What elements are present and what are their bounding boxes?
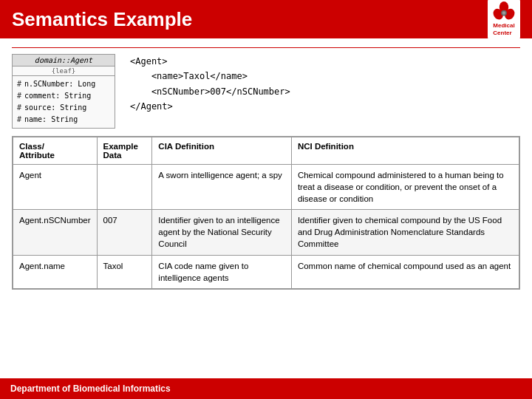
table-row: Agent A sworn intelligence agent; a spy … (13, 165, 519, 210)
cell-nci-def: Common name of chemical compound used as… (291, 255, 519, 288)
cell-class-attr: Agent.name (13, 255, 98, 288)
title-separator (12, 47, 520, 48)
logo-text: MedicalCenter (493, 22, 514, 38)
logo-box: MedicalCenter (488, 0, 520, 40)
table-row: Agent.nSCNumber 007 Identifier given to … (13, 210, 519, 255)
cell-class-attr: Agent (13, 165, 98, 210)
svg-point-4 (502, 11, 506, 15)
uml-body: #n.SCNumber: Long #comment: String #sour… (13, 76, 115, 128)
table-row: Agent.name Taxol CIA code name given to … (13, 255, 519, 288)
uml-leaf-label: {leaf} (13, 66, 115, 76)
xml-line-4: </Agent> (130, 99, 290, 114)
cell-cia-def: CIA code name given to intelligence agen… (152, 255, 292, 288)
cell-example-data (97, 165, 152, 210)
cell-example-data: Taxol (97, 255, 152, 288)
header-bar: Semantics Example MedicalCenter (0, 0, 532, 38)
page-title: Semantics Example (12, 8, 192, 31)
xml-line-2: <name>Taxol</name> (130, 69, 290, 83)
col-header-class-attr: Class/Attribute (13, 137, 98, 165)
cell-class-attr: Agent.nSCNumber (13, 210, 98, 255)
ohio-state-logo-icon (492, 1, 516, 22)
xml-code-block: <Agent> <name>Taxol</name> <nSCNumber>00… (130, 54, 290, 115)
cell-nci-def: Identifier given to chemical compound by… (291, 210, 519, 255)
footer-bar: Department of Biomedical Informatics (0, 378, 532, 399)
cell-cia-def: A sworn intelligence agent; a spy (152, 165, 292, 210)
logo-area: MedicalCenter (488, 0, 520, 40)
semantics-table: Class/Attribute Example Data CIA Definit… (12, 136, 520, 290)
cell-example-data: 007 (97, 210, 152, 255)
col-header-cia-def: CIA Definition (152, 137, 292, 165)
top-section: domain::Agent {leaf} #n.SCNumber: Long #… (12, 54, 520, 129)
uml-class-name: domain::Agent (13, 55, 115, 66)
footer-label: Department of Biomedical Informatics (10, 383, 171, 394)
uml-diagram: domain::Agent {leaf} #n.SCNumber: Long #… (12, 54, 115, 129)
xml-line-3: <nSCNumber>007</nSCNumber> (130, 84, 290, 99)
table-header-row: Class/Attribute Example Data CIA Definit… (13, 137, 519, 165)
cell-nci-def: Chemical compound administered to a huma… (291, 165, 519, 210)
cell-cia-def: Identifier given to an intelligence agen… (152, 210, 292, 255)
col-header-nci-def: NCI Definition (291, 137, 519, 165)
xml-line-1: <Agent> (130, 54, 290, 69)
col-header-example-data: Example Data (97, 137, 152, 165)
content-area: domain::Agent {leaf} #n.SCNumber: Long #… (0, 38, 532, 290)
